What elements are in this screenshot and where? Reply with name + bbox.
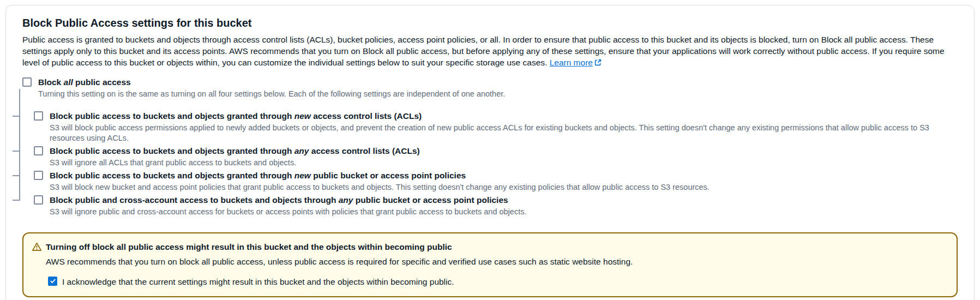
acknowledge-row: I acknowledge that the current settings …	[48, 276, 946, 287]
external-link-icon	[593, 58, 602, 67]
setting-label-suffix: access control lists (ACLs)	[309, 146, 419, 155]
setting-label-italic: new	[294, 171, 311, 180]
setting-label-suffix: public bucket or access point policies	[353, 195, 508, 205]
block-all-label-suffix: public access	[73, 77, 131, 87]
acknowledge-checkbox[interactable]	[48, 277, 57, 286]
tree-tick	[13, 200, 19, 201]
setting-label-suffix: public bucket or access point policies	[311, 171, 466, 180]
setting-label-prefix: Block public access to buckets and objec…	[50, 111, 294, 121]
setting-description-acl-new: S3 will block public access permissions …	[50, 123, 958, 143]
block-all-label[interactable]: Block all public access	[38, 77, 131, 88]
setting-item-policy-any: Block public and cross-account access to…	[34, 195, 958, 217]
setting-item-policy-new: Block public access to buckets and objec…	[34, 170, 958, 193]
warning-banner: Turning off block all public access migh…	[22, 232, 958, 297]
panel-description: Public access is granted to buckets and …	[22, 34, 958, 68]
setting-item-acl-any: Block public access to buckets and objec…	[34, 146, 958, 168]
block-all-description: Turning this setting on is the same as t…	[38, 89, 958, 99]
sub-settings-tree: Block public access to buckets and objec…	[34, 111, 958, 217]
setting-label-italic: new	[294, 111, 311, 121]
warning-title: Turning off block all public access migh…	[46, 241, 452, 253]
block-all-checkbox[interactable]	[22, 77, 32, 87]
panel-title: Block Public Access settings for this bu…	[22, 16, 958, 29]
learn-more-label: Learn more	[550, 58, 593, 67]
setting-label-acl-new[interactable]: Block public access to buckets and objec…	[50, 111, 422, 122]
warning-triangle-icon	[32, 241, 41, 254]
setting-label-prefix: Block public access to buckets and objec…	[50, 171, 294, 180]
warning-description: AWS recommends that you turn on block al…	[46, 256, 946, 267]
setting-item-acl-new: Block public access to buckets and objec…	[34, 111, 958, 143]
acknowledge-label[interactable]: I acknowledge that the current settings …	[62, 276, 454, 287]
block-public-access-panel: Block Public Access settings for this bu…	[5, 5, 975, 300]
tree-tick	[13, 116, 19, 117]
setting-checkbox-acl-any[interactable]	[34, 146, 43, 155]
learn-more-link[interactable]: Learn more	[550, 58, 602, 67]
setting-description-policy-new: S3 will block new bucket and access poin…	[50, 182, 958, 193]
panel-description-text: Public access is granted to buckets and …	[22, 35, 945, 67]
setting-checkbox-policy-new[interactable]	[34, 171, 43, 180]
setting-label-italic: any	[339, 195, 353, 205]
tree-tick	[13, 151, 19, 152]
setting-label-prefix: Block public and cross-account access to…	[50, 195, 339, 205]
check-icon	[50, 277, 56, 286]
setting-label-suffix: access control lists (ACLs)	[311, 111, 422, 121]
tree-connector-line	[19, 89, 20, 201]
setting-label-policy-any[interactable]: Block public and cross-account access to…	[50, 195, 508, 206]
setting-label-italic: any	[294, 146, 309, 155]
block-all-label-italic: all	[64, 77, 73, 87]
setting-description-acl-any: S3 will ignore all ACLs that grant publi…	[50, 158, 958, 168]
setting-label-prefix: Block public access to buckets and objec…	[50, 146, 294, 155]
block-all-label-prefix: Block	[38, 77, 64, 87]
block-all-row: Block all public access	[22, 77, 958, 88]
setting-checkbox-acl-new[interactable]	[34, 111, 43, 121]
setting-description-policy-any: S3 will ignore public and cross-account …	[50, 207, 958, 217]
setting-checkbox-policy-any[interactable]	[34, 195, 43, 205]
setting-label-policy-new[interactable]: Block public access to buckets and objec…	[50, 170, 466, 181]
tree-tick	[13, 175, 19, 176]
setting-label-acl-any[interactable]: Block public access to buckets and objec…	[50, 146, 420, 157]
